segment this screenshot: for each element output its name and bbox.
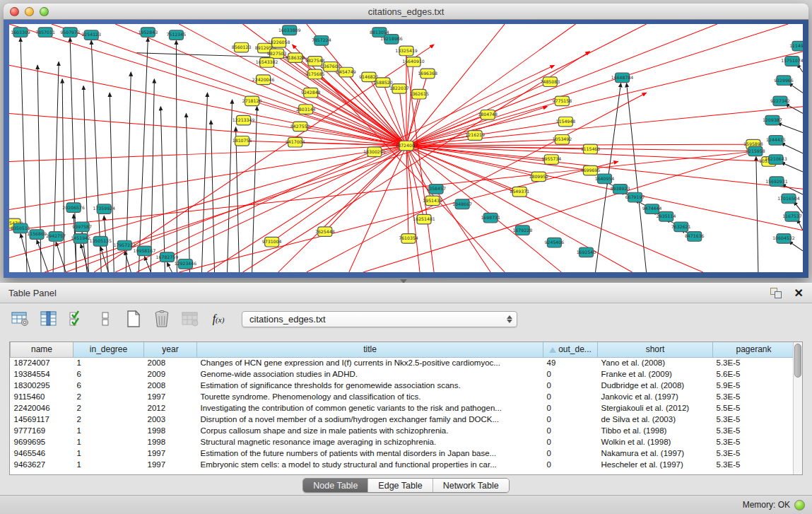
- tab-edge-table[interactable]: Edge Table: [368, 479, 433, 492]
- selected-node[interactable]: 1053492: [553, 135, 572, 145]
- graph-node[interactable]: 19958167: [134, 246, 156, 256]
- table-selector-dropdown[interactable]: citations_edges.txt: [242, 311, 517, 327]
- selected-node[interactable]: 1216219: [465, 131, 485, 141]
- graph-node[interactable]: 8471636: [685, 232, 705, 242]
- graph-node[interactable]: 1640954: [595, 174, 615, 184]
- graph-node[interactable]: 16782759: [156, 252, 179, 262]
- table-settings-button[interactable]: [10, 308, 31, 329]
- selected-node[interactable]: 7625448: [315, 227, 335, 237]
- column-header-indegree[interactable]: in_degree: [73, 342, 144, 357]
- graph-node[interactable]: 7857011: [35, 28, 55, 37]
- selected-node[interactable]: 8549371: [510, 187, 529, 197]
- selected-node[interactable]: 2718120: [242, 96, 262, 106]
- graph-node[interactable]: 15751074: [781, 57, 803, 66]
- graph-node[interactable]: 8938923: [611, 185, 630, 194]
- selected-node[interactable]: 1951435: [423, 196, 442, 206]
- graph-node[interactable]: 1244415: [766, 136, 786, 146]
- new-table-button[interactable]: [123, 308, 144, 329]
- selected-node[interactable]: 1822037: [389, 84, 409, 94]
- selected-node[interactable]: 2803144: [296, 105, 316, 115]
- graph-node[interactable]: 8215958: [746, 146, 765, 156]
- selected-node[interactable]: 13325419: [395, 46, 418, 56]
- graph-node[interactable]: 1156869: [27, 230, 47, 240]
- window-titlebar[interactable]: citations_edges.txt: [4, 4, 808, 20]
- delete-column-button[interactable]: [151, 308, 172, 329]
- graph-node[interactable]: 15692931: [765, 177, 788, 187]
- graph-node[interactable]: 1451942: [71, 234, 90, 244]
- table-row[interactable]: 969969511998Structural magnetic resonanc…: [11, 436, 794, 448]
- graph-node[interactable]: 1167537: [782, 211, 802, 221]
- column-header-year[interactable]: year: [144, 342, 197, 357]
- selected-node[interactable]: 16251481: [413, 214, 435, 224]
- graph-node[interactable]: 7512345: [167, 30, 187, 40]
- selected-node[interactable]: 16543382: [256, 58, 278, 68]
- graph-node[interactable]: 1679228: [512, 226, 532, 235]
- graph-node[interactable]: 12923446: [175, 259, 197, 269]
- graph-node[interactable]: 7857224: [312, 36, 331, 46]
- table-row[interactable]: 1830029562008Estimation of significance …: [11, 380, 794, 391]
- column-header-pagerank[interactable]: pagerank: [713, 342, 794, 357]
- graph-node[interactable]: 20206576: [62, 203, 85, 213]
- table-row[interactable]: 1456911722003Disruption of a novel membe…: [11, 414, 794, 425]
- graph-node[interactable]: 19218986: [380, 35, 403, 45]
- selected-node[interactable]: 1154948: [556, 117, 576, 127]
- table-row[interactable]: 977716911998Corpus callosum shape and si…: [11, 425, 794, 436]
- selected-node[interactable]: 16640910: [402, 57, 425, 67]
- graph-node[interactable]: 17016504: [777, 194, 800, 204]
- selected-node[interactable]: 8186328: [286, 53, 305, 63]
- graph-node[interactable]: 17359924: [93, 204, 115, 214]
- selected-node[interactable]: 9417004: [286, 137, 305, 147]
- graph-node[interactable]: 16648784: [611, 73, 634, 83]
- selected-node[interactable]: 1810755: [233, 136, 252, 146]
- scrollbar-thumb[interactable]: [794, 344, 801, 378]
- column-header-short[interactable]: short: [598, 342, 713, 357]
- function-builder-button[interactable]: f(x): [208, 308, 229, 329]
- select-all-button[interactable]: [66, 308, 88, 329]
- close-panel-icon[interactable]: ✕: [794, 288, 804, 299]
- graph-node[interactable]: 2254123: [81, 30, 101, 40]
- graph-node[interactable]: 9397587: [72, 222, 92, 232]
- table-row[interactable]: 1872400712008Changes of HCN gene express…: [11, 357, 794, 368]
- selected-node[interactable]: 9827503: [267, 49, 287, 59]
- graph-node[interactable]: 7632621: [671, 222, 691, 232]
- graph-node[interactable]: 1114957: [789, 41, 803, 51]
- selected-node[interactable]: 1696368: [418, 69, 437, 78]
- selected-node[interactable]: 1809952: [529, 172, 549, 182]
- column-header-title[interactable]: title: [197, 342, 543, 357]
- graph-node[interactable]: 9507973: [60, 28, 80, 37]
- unselect-all-button[interactable]: [95, 308, 116, 329]
- graph-node[interactable]: 2942757: [46, 232, 66, 242]
- graph-node[interactable]: 16033809: [278, 25, 301, 35]
- table-row[interactable]: 2242004622012Investigating the contribut…: [11, 402, 794, 414]
- float-panel-icon[interactable]: [770, 288, 783, 299]
- tab-network-table[interactable]: Network Table: [433, 479, 509, 492]
- vertical-scrollbar[interactable]: [793, 342, 802, 474]
- table-row[interactable]: 1938455462009Genome-wide association stu…: [11, 368, 794, 380]
- network-canvas[interactable]: 1830029589129551822605898275038186328982…: [9, 24, 803, 272]
- selected-node[interactable]: 1804748: [478, 110, 498, 120]
- selected-node[interactable]: 8560123: [232, 42, 252, 52]
- selected-node[interactable]: 8427552: [290, 122, 310, 132]
- graph-node[interactable]: 9227342: [770, 96, 790, 106]
- graph-node[interactable]: 13505135: [89, 236, 112, 246]
- column-header-outde[interactable]: out_de...: [543, 342, 598, 357]
- selected-node[interactable]: 7485083: [541, 77, 560, 87]
- graph-node[interactable]: 1603309: [11, 28, 30, 37]
- delete-table-button[interactable]: [180, 308, 201, 329]
- graph-node[interactable]: 6679197: [625, 192, 645, 202]
- graph-node[interactable]: 2935114: [657, 211, 676, 221]
- graph-node[interactable]: 9245406: [545, 238, 565, 247]
- citation-network-graph[interactable]: 1830029589129551822605898275038186328982…: [9, 24, 803, 272]
- tab-node-table[interactable]: Node Table: [303, 479, 368, 492]
- graph-node[interactable]: 1209387: [763, 115, 782, 125]
- column-header-name[interactable]: name: [11, 342, 73, 357]
- selected-node[interactable]: 9699695: [581, 165, 601, 175]
- selected-node[interactable]: 9242848: [301, 88, 321, 98]
- table-row[interactable]: 911546021997Tourette syndrome. Phenomeno…: [11, 391, 794, 402]
- show-columns-button[interactable]: [38, 308, 59, 329]
- graph-node[interactable]: 1698731: [481, 213, 500, 223]
- selected-node[interactable]: 9731004: [262, 237, 282, 247]
- table-row[interactable]: 946554611997Estimation of the future num…: [11, 448, 794, 459]
- selected-node[interactable]: 9175685: [305, 69, 325, 79]
- graph-node[interactable]: 1048667: [452, 199, 472, 209]
